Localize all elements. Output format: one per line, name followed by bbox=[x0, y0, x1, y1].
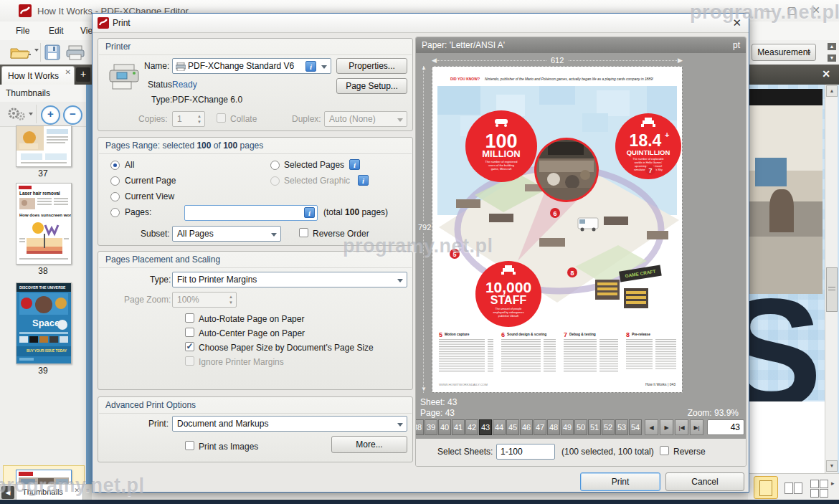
strip-page-54[interactable]: 54 bbox=[629, 419, 642, 435]
placement-type-value: Fit to Printer Margins bbox=[177, 275, 257, 285]
auto-rotate-checkbox[interactable] bbox=[185, 313, 194, 323]
scroll-down-icon[interactable]: ▼ bbox=[826, 460, 838, 472]
cancel-button[interactable]: Cancel bbox=[665, 472, 744, 491]
measurement-button[interactable]: Measurement bbox=[752, 44, 816, 61]
folder-dropdown-arrow-icon[interactable] bbox=[34, 49, 39, 52]
selected-graphic-radio[interactable] bbox=[270, 176, 280, 186]
thumbnail-37[interactable] bbox=[16, 125, 72, 167]
reverse-checkbox[interactable] bbox=[660, 446, 669, 455]
measurement-label: Measurement bbox=[757, 47, 810, 57]
measurement-dropdown-arrow-icon bbox=[807, 52, 811, 54]
save-icon[interactable] bbox=[44, 44, 60, 60]
selected-pages-radio[interactable] bbox=[270, 161, 280, 170]
document-close-icon[interactable]: ✕ bbox=[822, 68, 830, 80]
strip-page-44[interactable]: 44 bbox=[493, 419, 506, 435]
strip-page-52[interactable]: 52 bbox=[602, 419, 615, 435]
maximize-icon[interactable]: ▢ bbox=[782, 4, 802, 16]
print-as-images-checkbox[interactable] bbox=[185, 441, 194, 450]
copies-stepper[interactable]: 1 ▲▼ bbox=[172, 111, 205, 127]
pages-input[interactable] bbox=[184, 205, 318, 221]
thumbnails-bottom-tab-close-icon[interactable]: ✕ bbox=[74, 487, 80, 494]
selected-graphic-info-icon[interactable]: i bbox=[358, 175, 369, 186]
layout-more-icon[interactable]: ▸ bbox=[831, 480, 835, 487]
strip-page-47[interactable]: 47 bbox=[534, 419, 546, 435]
nav-prev-icon[interactable]: ◀ bbox=[645, 419, 658, 435]
placement-type-combo[interactable]: Fit to Printer Margins bbox=[172, 272, 407, 287]
thumbnails-bottom-tab[interactable]: Thumbnails ✕ bbox=[16, 485, 83, 500]
nav-next-icon[interactable]: ▶ bbox=[660, 419, 673, 435]
strip-page-50[interactable]: 50 bbox=[574, 419, 587, 435]
single-page-view-button[interactable] bbox=[754, 476, 778, 499]
thumbnail-38[interactable]: Laser hair removal How does sunscreen wo… bbox=[16, 183, 72, 265]
tab-close-icon[interactable]: ✕ bbox=[65, 68, 71, 76]
nav-first-icon[interactable]: |◀ bbox=[675, 419, 688, 435]
nav-last-icon[interactable]: ▶| bbox=[690, 419, 703, 435]
strip-page-53[interactable]: 53 bbox=[615, 419, 628, 435]
print-icon[interactable] bbox=[66, 44, 85, 60]
strip-page-39[interactable]: 39 bbox=[425, 419, 437, 435]
pages-radio[interactable] bbox=[110, 208, 120, 217]
page-zoom-up-down-icon[interactable]: ▲▼ bbox=[229, 294, 233, 305]
thumb39-footer: BUY YOUR ISSUE TODAY bbox=[27, 349, 67, 353]
more-button[interactable]: More... bbox=[331, 436, 407, 453]
current-sheet-input[interactable] bbox=[707, 419, 744, 435]
gear-dropdown-arrow-icon[interactable] bbox=[29, 113, 33, 115]
thumbnail-39[interactable]: DISCOVER THE UNIVERSE Space BUY YOUR ISS… bbox=[16, 282, 72, 364]
vertical-scrollbar[interactable]: ▲ ▼ bbox=[825, 85, 838, 473]
toolbar-overflow-up-icon[interactable]: ▲ bbox=[828, 43, 836, 50]
pages-info-icon[interactable]: i bbox=[304, 207, 315, 218]
toolbar-overflow-down-icon[interactable]: ▼ bbox=[828, 54, 836, 62]
print-dialog-close-icon[interactable]: ✕ bbox=[732, 16, 741, 29]
page-setup-button[interactable]: Page Setup... bbox=[336, 78, 407, 94]
auto-center-label: Auto-Center Page on Paper bbox=[199, 328, 305, 338]
printer-info-icon[interactable]: i bbox=[305, 61, 316, 72]
strip-page-46[interactable]: 46 bbox=[520, 419, 533, 435]
current-page-radio[interactable] bbox=[110, 176, 120, 186]
printer-mini-icon bbox=[176, 62, 186, 71]
page-zoom-stepper[interactable]: 100% ▲▼ bbox=[172, 292, 237, 308]
printer-name-dropdown-arrow-icon[interactable] bbox=[321, 65, 327, 69]
copies-up-down-icon[interactable]: ▲▼ bbox=[197, 113, 202, 125]
scrollbar-thumb[interactable] bbox=[826, 267, 838, 312]
select-sheets-input[interactable] bbox=[496, 444, 555, 460]
strip-page-38[interactable]: 38 bbox=[416, 419, 424, 435]
duplex-combo[interactable]: Auto (None) bbox=[324, 111, 407, 127]
collate-checkbox[interactable] bbox=[217, 113, 226, 123]
current-view-radio[interactable] bbox=[110, 192, 120, 201]
ignore-margins-checkbox[interactable] bbox=[185, 356, 194, 366]
strip-page-51[interactable]: 51 bbox=[588, 419, 601, 435]
folder-open-icon[interactable] bbox=[10, 45, 32, 60]
collapse-left-icon[interactable]: ◀ bbox=[1, 486, 14, 499]
badge-6: 6 bbox=[550, 208, 560, 218]
zoom-in-icon[interactable]: + bbox=[41, 105, 60, 125]
strip-page-43-selected[interactable]: 43 bbox=[479, 419, 492, 435]
menu-file[interactable]: File bbox=[16, 26, 29, 36]
all-radio[interactable] bbox=[110, 161, 120, 170]
properties-button[interactable]: Properties... bbox=[336, 58, 407, 74]
strip-page-42[interactable]: 42 bbox=[465, 419, 478, 435]
selected-pages-info-icon[interactable]: i bbox=[349, 159, 360, 170]
strip-page-45[interactable]: 45 bbox=[506, 419, 519, 435]
subset-combo[interactable]: All Pages bbox=[172, 226, 281, 242]
menu-edit[interactable]: Edit bbox=[49, 26, 64, 36]
strip-page-41[interactable]: 41 bbox=[452, 419, 465, 435]
new-tab-button[interactable]: + bbox=[76, 67, 90, 82]
zoom-out-icon[interactable]: − bbox=[63, 105, 82, 125]
gear-icon[interactable] bbox=[7, 107, 26, 121]
strip-page-49[interactable]: 49 bbox=[561, 419, 574, 435]
close-icon[interactable]: ✕ bbox=[806, 4, 826, 16]
print-button[interactable]: Print bbox=[580, 472, 660, 491]
svg-text:8: 8 bbox=[626, 331, 630, 338]
reverse-order-checkbox[interactable] bbox=[299, 228, 308, 237]
strip-page-48[interactable]: 48 bbox=[547, 419, 560, 435]
choose-paper-size-checkbox[interactable]: ✓ bbox=[185, 342, 194, 351]
printer-name-combo[interactable]: PDF-XChange Standard V6 i bbox=[172, 58, 331, 74]
advanced-print-combo[interactable]: Document and Markups bbox=[172, 416, 407, 432]
scroll-up-icon[interactable]: ▲ bbox=[826, 85, 838, 97]
grid-view-button[interactable] bbox=[807, 476, 831, 499]
two-page-view-button[interactable] bbox=[781, 476, 805, 499]
auto-center-checkbox[interactable] bbox=[185, 328, 194, 337]
tab-how-it-works[interactable]: How It Works ✕ bbox=[1, 66, 75, 85]
minimize-icon[interactable]: — bbox=[759, 4, 779, 16]
strip-page-40[interactable]: 40 bbox=[438, 419, 451, 435]
